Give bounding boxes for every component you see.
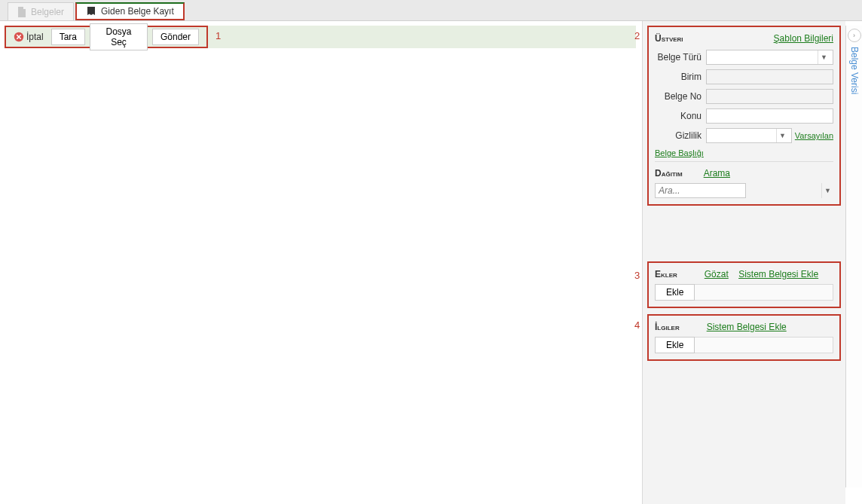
annotation-2: 2 [634,30,640,41]
scan-button[interactable]: Tara [51,29,85,45]
birim-input[interactable] [706,69,833,84]
konu-input[interactable] [706,108,833,124]
cancel-label: İptal [26,32,44,42]
dagitim-title: Dağıtım [655,168,683,179]
ilgiler-sistem-link[interactable]: Sistem Belgesi Ekle [707,322,787,332]
ilgiler-title: İlgiler [655,322,680,332]
dagitim-search-input[interactable] [655,183,746,198]
ilgiler-ekle-button[interactable]: Ekle [655,337,695,353]
sablon-bilgileri-link[interactable]: Şablon Bilgileri [774,33,833,44]
chevron-right-icon: › [853,32,855,39]
tab-giden-belge-kayit[interactable]: Giden Belge Kayıt [75,2,185,20]
birim-label: Birim [655,72,702,82]
book-icon [86,6,96,17]
tab-bar: Belgeler Giden Belge Kayıt [0,0,862,21]
gizlilik-label: Gizlilik [655,130,702,141]
chevron-down-icon: ▼ [821,183,833,198]
belge-basligi-link[interactable]: Belge Başlığı [655,148,704,157]
annotation-1: 1 [216,30,221,41]
tab-belgeler-label: Belgeler [31,7,64,17]
ekler-box: Ekler Gözat Sistem Belgesi Ekle Ekle [647,261,841,308]
gozat-link[interactable]: Gözat [705,269,729,279]
belge-verisi-tab[interactable]: Belge Verisi [849,47,860,94]
arama-link[interactable]: Arama [704,168,730,179]
cancel-icon [14,32,24,42]
document-icon [17,7,26,17]
ustveri-title: Üstveri [655,33,683,44]
ekler-sistem-link[interactable]: Sistem Belgesi Ekle [738,269,818,279]
belge-turu-label: Belge Türü [655,52,702,63]
send-button[interactable]: Gönder [152,29,199,45]
dagitim-select[interactable]: ▼ [750,183,834,198]
gizlilik-select[interactable]: ▼ [706,128,792,143]
tab-giden-label: Giden Belge Kayıt [101,6,174,17]
content-area: İptal Tara Dosya Seç Gönder [0,21,642,504]
ekler-ekle-button[interactable]: Ekle [655,284,695,301]
belge-turu-select[interactable]: ▼ [706,50,833,65]
ekler-title: Ekler [655,269,677,279]
side-tab: › Belge Verisi [845,26,862,487]
choose-file-button[interactable]: Dosya Seç [90,23,148,50]
ilgiler-box: İlgiler Sistem Belgesi Ekle Ekle [647,314,841,361]
ekler-list [695,284,833,301]
belge-no-input[interactable] [706,89,833,104]
ustveri-box: Üstveri Şablon Bilgileri Belge Türü ▼ Bi… [647,26,841,206]
varsayilan-link[interactable]: Varsayılan [795,131,833,140]
tab-belgeler[interactable]: Belgeler [8,2,74,20]
ilgiler-list [695,337,833,353]
annotation-3: 3 [634,270,640,281]
toolbar: İptal Tara Dosya Seç Gönder [5,26,208,48]
konu-label: Konu [655,111,702,121]
cancel-button[interactable]: İptal [14,32,44,42]
sidebar: Üstveri Şablon Bilgileri Belge Türü ▼ Bi… [642,21,845,504]
chevron-down-icon: ▼ [818,50,830,64]
annotation-4: 4 [634,319,640,331]
divider [655,161,833,162]
belge-no-label: Belge No [655,91,702,102]
toolbar-filler [208,26,636,48]
collapse-handle[interactable]: › [848,29,861,42]
chevron-down-icon: ▼ [776,129,788,142]
